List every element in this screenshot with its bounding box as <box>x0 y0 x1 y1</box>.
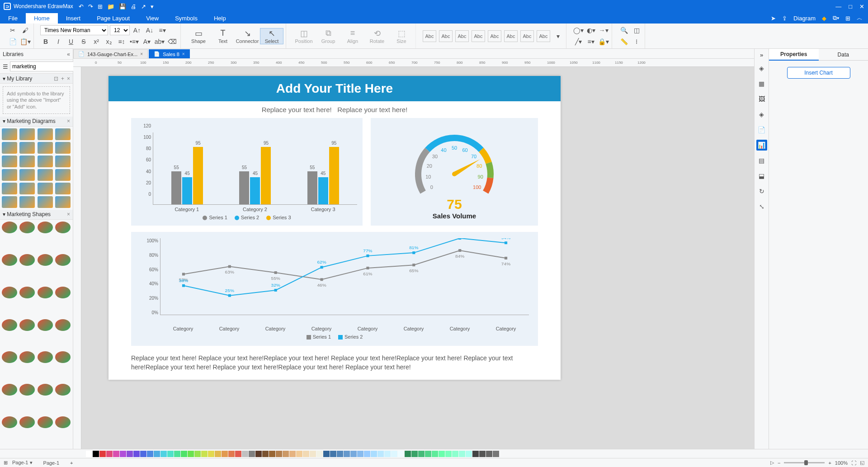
color-swatch[interactable] <box>133 451 140 457</box>
collapse-ribbon-icon[interactable]: ︿ <box>857 14 863 22</box>
shape-thumb[interactable] <box>2 196 17 208</box>
shape-thumb[interactable] <box>38 287 53 298</box>
doc-tab-1[interactable]: 📄 143-Gauge-Chart-Ex... × <box>73 49 148 58</box>
insert-chart-button[interactable]: Insert Chart <box>787 67 850 79</box>
font-family-select[interactable]: Times New Roman <box>40 25 108 35</box>
color-swatch[interactable] <box>283 451 289 457</box>
color-swatch[interactable] <box>99 451 106 457</box>
add-icon[interactable]: + <box>61 75 64 82</box>
shape-thumb[interactable] <box>55 351 71 363</box>
color-swatch[interactable] <box>249 451 255 457</box>
align-left-icon[interactable]: ≡▾ <box>157 25 168 35</box>
color-swatch[interactable] <box>154 451 160 457</box>
menu-symbols[interactable]: Symbols <box>167 13 206 24</box>
bullets-icon[interactable]: •≡▾ <box>129 37 140 47</box>
zoom-slider[interactable] <box>784 462 825 463</box>
library-search-input[interactable] <box>10 61 82 71</box>
text-button[interactable]: TText <box>212 28 234 44</box>
shape-thumb[interactable] <box>2 128 17 140</box>
shape-thumb[interactable] <box>38 183 53 194</box>
color-swatch[interactable] <box>222 451 228 457</box>
shape-thumb[interactable] <box>19 142 35 154</box>
page-footer-text[interactable]: Replace your text here! Replace your tex… <box>108 352 561 380</box>
color-swatch[interactable] <box>493 451 499 457</box>
connector-button[interactable]: ↘Connector <box>236 28 259 44</box>
menu-home[interactable]: Home <box>26 13 58 24</box>
canvas-background[interactable]: Add Your Title Here Replace your text he… <box>81 67 754 449</box>
theme-style-2[interactable]: Abc <box>439 30 453 42</box>
color-swatch[interactable] <box>344 451 350 457</box>
theme-style-5[interactable]: Abc <box>488 30 501 42</box>
layers-tool-icon[interactable]: ◈ <box>756 109 767 120</box>
color-swatch[interactable] <box>439 451 445 457</box>
select-button[interactable]: ↖Select <box>260 28 283 44</box>
shape-thumb[interactable] <box>2 169 17 181</box>
shape-thumb[interactable] <box>55 416 71 428</box>
color-swatch[interactable] <box>276 451 282 457</box>
shape-thumb[interactable] <box>2 351 17 363</box>
color-swatch[interactable] <box>411 451 418 457</box>
minimize-icon[interactable]: — <box>835 3 841 10</box>
color-swatch[interactable] <box>391 451 397 457</box>
color-swatch[interactable] <box>472 451 479 457</box>
shape-thumb[interactable] <box>38 196 53 208</box>
color-swatch[interactable] <box>262 451 269 457</box>
font-color-icon[interactable]: A▾ <box>142 37 152 47</box>
font-size-select[interactable]: 12 <box>110 25 130 35</box>
shape-thumb[interactable] <box>2 142 17 154</box>
redo-icon[interactable]: ↷ <box>88 3 93 10</box>
qat-more-icon[interactable]: ▾ <box>151 3 154 10</box>
theme-style-4[interactable]: Abc <box>472 30 485 42</box>
color-swatch[interactable] <box>323 451 330 457</box>
color-swatch[interactable] <box>140 451 146 457</box>
color-swatch[interactable] <box>127 451 133 457</box>
color-swatch[interactable] <box>432 451 438 457</box>
color-swatch[interactable] <box>160 451 167 457</box>
zoom-out-icon[interactable]: − <box>778 460 780 466</box>
superscript-icon[interactable]: x² <box>91 37 102 47</box>
my-library-label[interactable]: ▾ My Library <box>3 75 32 82</box>
shape-thumb[interactable] <box>38 254 53 266</box>
color-swatch[interactable] <box>466 451 472 457</box>
line-spacing-icon[interactable]: ≡↕ <box>116 37 127 47</box>
color-swatch[interactable] <box>405 451 411 457</box>
fullscreen-icon[interactable]: ◱ <box>860 460 864 466</box>
color-swatch[interactable] <box>106 451 113 457</box>
lock-icon[interactable]: 🔒▾ <box>598 37 609 47</box>
libraries-collapse-icon[interactable]: « <box>67 51 70 57</box>
shape-thumb[interactable] <box>38 142 53 154</box>
color-swatch[interactable] <box>194 451 201 457</box>
shape-thumb[interactable] <box>19 351 35 363</box>
shape-thumb[interactable] <box>19 222 35 233</box>
theme-style-6[interactable]: Abc <box>504 30 518 42</box>
options-icon[interactable]: ⧉▾ <box>833 14 839 22</box>
presentation-icon[interactable]: ▷ <box>770 460 774 466</box>
paste-icon[interactable]: 📋▾ <box>20 37 31 47</box>
color-swatch[interactable] <box>181 451 187 457</box>
bar-chart-box[interactable]: 120100806040200 554595554595554595 Categ… <box>131 118 363 226</box>
eyedropper-icon[interactable]: ⁞ <box>631 37 642 47</box>
shape-thumb[interactable] <box>55 169 71 181</box>
shape-thumb[interactable] <box>2 156 17 167</box>
navigator-tool-icon[interactable]: ⤡ <box>756 201 767 212</box>
color-swatch[interactable] <box>201 451 208 457</box>
clear-format-icon[interactable]: ⌫ <box>167 37 178 47</box>
shape-thumb[interactable] <box>55 183 71 194</box>
shadow-icon[interactable]: ◐▾ <box>585 25 596 35</box>
close-marketing-diagrams-icon[interactable]: × <box>67 118 70 124</box>
shape-thumb[interactable] <box>55 384 71 396</box>
shape-thumb[interactable] <box>19 183 35 194</box>
color-swatch[interactable] <box>350 451 357 457</box>
color-swatch[interactable] <box>316 451 323 457</box>
grid-tool-icon[interactable]: ▦ <box>756 78 767 89</box>
shape-thumb[interactable] <box>2 416 17 428</box>
line-weight-icon[interactable]: ≡▾ <box>585 37 596 47</box>
shape-thumb[interactable] <box>2 254 17 266</box>
shape-thumb[interactable] <box>19 128 35 140</box>
close-icon[interactable]: ✕ <box>859 3 864 10</box>
color-swatch[interactable] <box>330 451 336 457</box>
shape-thumb[interactable] <box>55 128 71 140</box>
shape-thumb[interactable] <box>19 196 35 208</box>
shape-thumb[interactable] <box>55 287 71 298</box>
add-page-icon[interactable]: + <box>70 460 73 466</box>
